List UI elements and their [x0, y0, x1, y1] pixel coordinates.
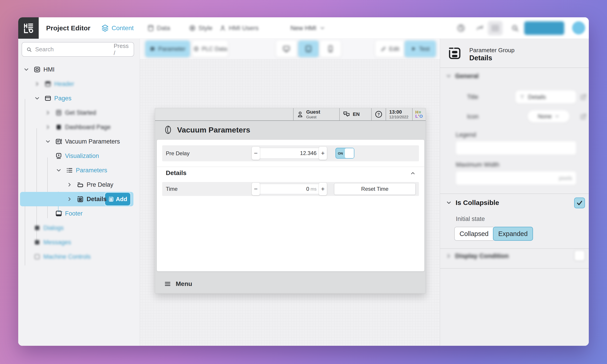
increment-button[interactable]: +	[319, 183, 327, 195]
pre-delay-toggle[interactable]: ON	[336, 148, 354, 159]
tree-item-details[interactable]: Details Add	[18, 192, 140, 206]
tree-item-pages[interactable]: Pages	[18, 91, 140, 105]
title-input[interactable]: Details	[516, 91, 576, 104]
language-code: EN	[353, 112, 360, 117]
search-input[interactable]	[35, 46, 110, 53]
hmi-menu-bar[interactable]: Menu	[155, 274, 426, 293]
tree-item-hmi[interactable]: HMI	[18, 62, 140, 77]
avatar[interactable]	[572, 21, 585, 34]
max-width-input[interactable]: pixels	[456, 171, 576, 185]
phone-view-button[interactable]	[320, 40, 341, 57]
tree-item-pre-delay[interactable]: Pre Delay	[18, 178, 140, 192]
increment-button[interactable]: +	[319, 147, 327, 160]
link-icon[interactable]	[580, 94, 587, 100]
divider	[440, 268, 589, 269]
is-collapsible-checkbox[interactable]	[574, 197, 585, 208]
chevron-down-icon[interactable]	[22, 65, 31, 74]
chevron-right-icon[interactable]	[33, 79, 42, 88]
preview-layout-button[interactable]	[488, 21, 503, 35]
layers-icon	[101, 24, 109, 32]
tree-item-parameters[interactable]: Parameters	[18, 163, 140, 178]
project-dropdown[interactable]: New HMI	[290, 17, 325, 39]
tree-item-machine-controls[interactable]: Machine Controls	[18, 249, 140, 264]
general-section-header[interactable]: General	[446, 72, 478, 80]
tab-style[interactable]: Style	[189, 17, 212, 39]
tree-item-label: Vacuum Parameters	[65, 138, 120, 145]
reset-time-button[interactable]: Reset Time	[334, 183, 415, 195]
tablet-icon	[305, 45, 312, 53]
chevron-up-icon[interactable]	[410, 170, 416, 176]
redo-icon[interactable]	[475, 24, 484, 33]
tree-item-dashboard-page[interactable]: Dashboard Page	[18, 120, 140, 134]
hmi-language-widget[interactable]: EN	[339, 108, 371, 120]
desktop-view-button[interactable]	[276, 40, 297, 57]
tree-item-vacuum-parameters[interactable]: Vacuum Parameters	[18, 134, 140, 149]
collapsed-option[interactable]: Collapsed	[454, 227, 493, 241]
hmi-user-widget[interactable]: Guest Guest	[293, 108, 339, 120]
chevron-down-icon[interactable]	[54, 166, 63, 175]
plc-data-tool-button[interactable]: PLC Data	[192, 40, 228, 57]
plc-icon	[193, 46, 199, 52]
tree-item-get-started[interactable]: Get Started	[18, 105, 140, 120]
edit-mode-button[interactable]: Edit	[375, 40, 404, 57]
chevron-right-icon[interactable]	[43, 123, 52, 132]
chevron-down-icon[interactable]	[33, 94, 42, 103]
tablet-view-button[interactable]	[298, 40, 319, 57]
tab-label: Style	[198, 25, 212, 32]
history-icon[interactable]	[456, 24, 465, 33]
legend-input[interactable]	[456, 141, 576, 155]
icon-dropdown[interactable]: None	[528, 110, 569, 122]
time-input[interactable]: 0ms	[258, 184, 320, 194]
search-icon	[26, 46, 32, 53]
parameter-tool-button[interactable]: Parameter	[145, 40, 190, 57]
tree-item-messages[interactable]: Messages	[18, 235, 140, 249]
add-button-label: Add	[116, 196, 127, 203]
footer-icon	[54, 209, 63, 218]
style-icon	[189, 25, 196, 31]
display-condition-section-header[interactable]: Display Condition	[446, 252, 509, 260]
tree-item-footer[interactable]: Footer	[18, 206, 140, 221]
title-field-label: Title	[467, 94, 478, 101]
is-collapsible-section-header[interactable]: Is Collapsible	[446, 199, 499, 207]
hmi-help-widget[interactable]: ?	[371, 108, 386, 120]
search-icon[interactable]	[510, 24, 519, 33]
search-box[interactable]: Press /	[22, 42, 134, 57]
section-heading: General	[455, 72, 478, 80]
selected-element-name: Details	[469, 54, 492, 62]
tree-item-visualization[interactable]: Visualization	[18, 149, 140, 163]
app-window: Project Editor Content Data Style HMI	[18, 17, 589, 346]
add-button[interactable]: Add	[105, 193, 130, 205]
link-icon[interactable]	[580, 113, 587, 120]
header-icon	[43, 79, 52, 88]
project-name: New HMI	[290, 25, 316, 32]
chevron-right-icon[interactable]	[65, 195, 74, 204]
test-mode-button[interactable]: Test	[404, 40, 436, 57]
language-icon	[343, 111, 350, 118]
tree-item-dialogs[interactable]: Dialogs	[18, 221, 140, 235]
expanded-option[interactable]: Expanded	[493, 227, 533, 241]
dialog-icon	[33, 223, 42, 232]
time-unit: ms	[310, 186, 317, 192]
pre-delay-input[interactable]: 12.346	[258, 148, 320, 159]
chevron-right-icon[interactable]	[43, 108, 52, 117]
details-section-header[interactable]: Details	[162, 169, 419, 178]
hmi-page-title: Vacuum Parameters	[177, 126, 250, 134]
tree-item-label: Get Started	[65, 109, 96, 116]
tool-label: PLC Data	[202, 45, 227, 52]
display-condition-checkbox[interactable]	[574, 250, 585, 261]
decrement-button[interactable]: −	[252, 147, 260, 160]
tree-item-header[interactable]: Header	[18, 77, 140, 91]
tab-hmi-users[interactable]: HMI Users	[219, 17, 258, 39]
page-list-icon	[54, 137, 63, 146]
hmi-time: 13:00	[389, 109, 408, 115]
tab-data[interactable]: Data	[147, 17, 170, 39]
toggle-knob	[345, 148, 354, 158]
pages-icon	[43, 94, 52, 103]
hmi-preview[interactable]: Guest Guest EN ?	[155, 108, 426, 294]
chevron-right-icon[interactable]	[65, 180, 74, 189]
tab-content[interactable]: Content	[101, 17, 134, 39]
design-grid[interactable]: Guest Guest EN ?	[140, 59, 440, 346]
save-project-button[interactable]	[524, 21, 564, 35]
chevron-down-icon[interactable]	[43, 137, 52, 146]
decrement-button[interactable]: −	[252, 183, 260, 195]
